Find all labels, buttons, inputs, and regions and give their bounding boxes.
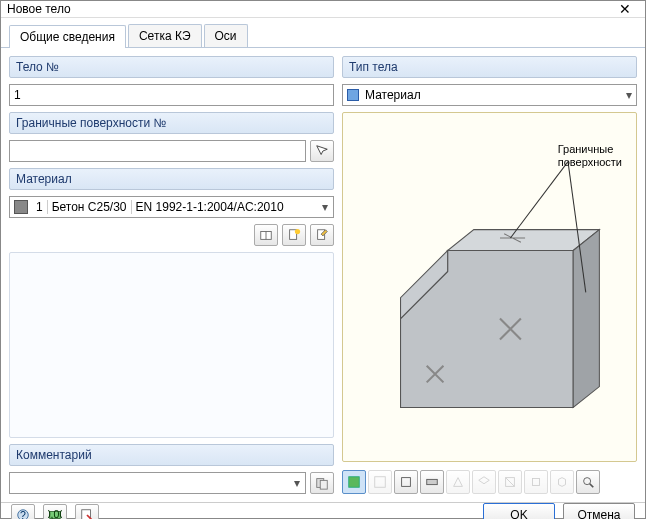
material-name: Бетон C25/30 [48, 200, 132, 214]
view-wire-button [368, 470, 392, 494]
material-new-button[interactable] [282, 224, 306, 246]
cancel-button[interactable]: Отмена [563, 503, 635, 519]
comment-combo[interactable]: ▾ [9, 472, 306, 494]
body-no-header: Тело № [9, 56, 334, 78]
close-icon[interactable]: ✕ [611, 1, 639, 17]
material-library-button[interactable] [254, 224, 278, 246]
comment-import-icon [315, 476, 329, 490]
ok-button[interactable]: OK [483, 503, 555, 519]
type-header: Тип тела [342, 56, 637, 78]
svg-rect-17 [402, 478, 411, 487]
material-number: 1 [32, 200, 48, 214]
tabs: Общие сведения Сетка КЭ Оси [1, 18, 645, 48]
svg-point-22 [584, 478, 591, 485]
view-side-button [446, 470, 470, 494]
svg-line-20 [506, 478, 515, 487]
material-select[interactable]: 1 Бетон C25/30 EN 1992-1-1:2004/AC:2010 … [9, 196, 334, 218]
chevron-down-icon: ▾ [289, 476, 305, 490]
view-iso-button [472, 470, 496, 494]
svg-rect-21 [533, 479, 540, 486]
preview-panel: Граничные поверхности [342, 112, 637, 462]
tab-axes[interactable]: Оси [204, 24, 248, 47]
material-standard: EN 1992-1-1:2004/AC:2010 [132, 200, 317, 214]
section-icon [503, 475, 517, 489]
type-select[interactable]: Материал ▾ [342, 84, 637, 106]
units-icon: 0,00 [48, 508, 62, 519]
top-icon [425, 475, 439, 489]
shaded-icon [347, 475, 361, 489]
view-extents-button [524, 470, 548, 494]
front-icon [399, 475, 413, 489]
comment-header: Комментарий [9, 444, 334, 466]
type-swatch-icon [347, 89, 359, 101]
material-swatch-icon [14, 200, 28, 214]
tab-mesh[interactable]: Сетка КЭ [128, 24, 202, 47]
iso-icon [477, 475, 491, 489]
view-section-button [498, 470, 522, 494]
svg-rect-16 [375, 477, 386, 488]
svg-rect-18 [427, 480, 438, 485]
library-icon [259, 228, 273, 242]
pick-footer-button[interactable] [75, 504, 99, 519]
tab-general[interactable]: Общие сведения [9, 25, 126, 48]
boundary-header: Граничные поверхности № [9, 112, 334, 134]
boundary-input[interactable] [9, 140, 306, 162]
help-icon: ? [16, 508, 30, 519]
wire-icon [373, 475, 387, 489]
view-front-button[interactable] [394, 470, 418, 494]
preview-toolbar [342, 468, 637, 494]
svg-text:0,00: 0,00 [48, 508, 62, 519]
comment-import-button[interactable] [310, 472, 334, 494]
units-button[interactable]: 0,00 [43, 504, 67, 519]
svg-line-23 [590, 484, 594, 488]
help-button[interactable]: ? [11, 504, 35, 519]
svg-rect-15 [349, 477, 360, 488]
view-top-button[interactable] [420, 470, 444, 494]
svg-rect-5 [320, 481, 327, 490]
chevron-down-icon: ▾ [317, 200, 333, 214]
zoom-icon [581, 475, 595, 489]
new-icon [287, 228, 301, 242]
pick-icon [315, 144, 329, 158]
material-header: Материал [9, 168, 334, 190]
material-edit-button[interactable] [310, 224, 334, 246]
svg-line-13 [510, 162, 568, 238]
window-title: Новое тело [7, 2, 611, 16]
empty-panel [9, 252, 334, 438]
edit-icon [315, 228, 329, 242]
cube-icon [555, 475, 569, 489]
body-no-input[interactable] [9, 84, 334, 106]
svg-text:?: ? [20, 509, 26, 519]
type-value: Материал [365, 88, 421, 102]
pick-footer-icon [80, 508, 94, 519]
view-shaded-button[interactable] [342, 470, 366, 494]
svg-marker-9 [573, 230, 599, 408]
preview-label: Граничные поверхности [558, 143, 622, 169]
pick-boundary-button[interactable] [310, 140, 334, 162]
extents-icon [529, 475, 543, 489]
side-icon [451, 475, 465, 489]
view-3d-button [550, 470, 574, 494]
view-zoom-button[interactable] [576, 470, 600, 494]
chevron-down-icon: ▾ [626, 88, 632, 102]
svg-point-2 [295, 229, 300, 234]
